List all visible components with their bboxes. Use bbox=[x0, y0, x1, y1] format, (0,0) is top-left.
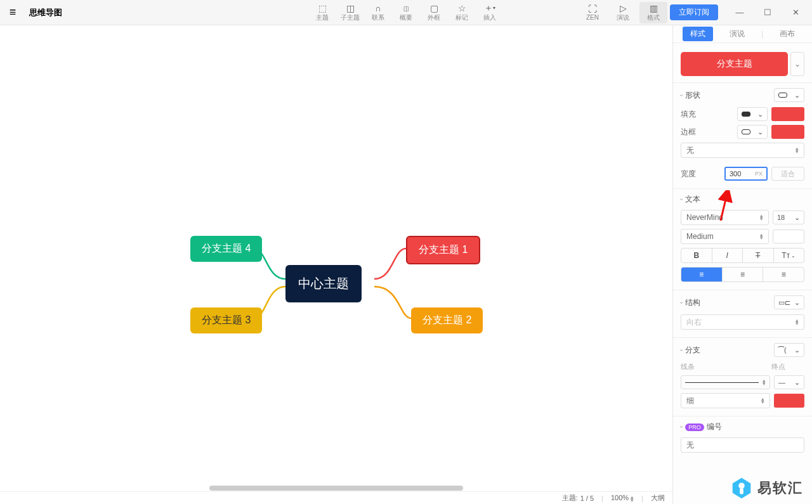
format-panel: 样式 演说 | 画布 分支主题 ⌄ ›形状 ⌄ 填充 ⌄ 边框 ⌄ 无▴▾ 宽度 bbox=[672, 25, 812, 504]
zen-icon: ⛶ bbox=[588, 4, 597, 14]
fill-label: 填充 bbox=[681, 109, 706, 120]
branch-node-1[interactable]: 分支主题 1 bbox=[406, 236, 480, 264]
toolbar-relation[interactable]: ∩联系 bbox=[364, 3, 392, 22]
font-size-select[interactable]: 18⌄ bbox=[773, 210, 804, 224]
toolbar-insert[interactable]: ＋▾插入 bbox=[476, 3, 504, 22]
branch-icon: ⁀( bbox=[778, 346, 787, 354]
italic-button[interactable]: I bbox=[712, 249, 743, 262]
branch-node-4[interactable]: 分支主题 4 bbox=[190, 236, 262, 262]
svg-rect-3 bbox=[740, 488, 743, 494]
line-label: 线条 bbox=[681, 362, 768, 372]
subscribe-button[interactable]: 立即订阅 bbox=[670, 4, 718, 20]
status-topic-label: 主题: bbox=[562, 493, 578, 503]
svg-point-2 bbox=[738, 482, 745, 489]
star-icon: ☆ bbox=[458, 3, 466, 13]
fill-color-swatch[interactable] bbox=[771, 107, 804, 121]
section-numbering-title: 编号 bbox=[707, 422, 804, 432]
branch-color-swatch[interactable] bbox=[774, 394, 804, 408]
topic-preview-dropdown[interactable]: ⌄ bbox=[790, 52, 804, 76]
center-topic-node[interactable]: 中心主题 bbox=[285, 265, 362, 302]
menu-button[interactable]: ≡ bbox=[0, 6, 25, 19]
branch-node-3[interactable]: 分支主题 3 bbox=[190, 307, 262, 333]
align-left-button[interactable]: ≡ bbox=[681, 268, 723, 281]
close-button[interactable]: ✕ bbox=[782, 3, 809, 22]
toolbar-topic[interactable]: ⬚主题 bbox=[308, 3, 336, 22]
font-weight-select[interactable]: Medium▴▾ bbox=[681, 229, 769, 244]
branch-thickness-select[interactable]: 细▴▾ bbox=[681, 393, 770, 408]
align-center-button[interactable]: ≡ bbox=[723, 268, 764, 281]
branch-node-2[interactable]: 分支主题 2 bbox=[411, 307, 483, 333]
subtopic-icon: ◫ bbox=[346, 3, 355, 13]
numbering-select[interactable]: 无 bbox=[681, 437, 804, 453]
structure-direction-select[interactable]: 向右▴▾ bbox=[681, 314, 804, 330]
toolbar-subtopic[interactable]: ◫子主题 bbox=[336, 3, 364, 22]
topic-preview-button[interactable]: 分支主题 bbox=[681, 52, 788, 76]
fill-style-select[interactable]: ⌄ bbox=[737, 107, 768, 121]
horizontal-scrollbar[interactable] bbox=[0, 485, 672, 491]
font-family-select[interactable]: NeverMind▴▾ bbox=[681, 210, 769, 225]
canvas-area[interactable]: 中心主题 分支主题 1 分支主题 2 分支主题 3 分支主题 4 bbox=[0, 25, 672, 491]
relation-icon: ∩ bbox=[375, 3, 381, 13]
summary-icon: ⎅ bbox=[403, 3, 409, 13]
app-title: 思维导图 bbox=[29, 7, 62, 18]
status-outline[interactable]: 大纲 bbox=[651, 493, 665, 503]
tab-present[interactable]: 演说 bbox=[722, 27, 752, 41]
toolbar-zen[interactable]: ⛶ZEN bbox=[579, 4, 606, 21]
section-structure-title: 结构 bbox=[685, 297, 774, 308]
border-color-swatch[interactable] bbox=[771, 125, 804, 139]
case-button[interactable]: Tт ⌄ bbox=[774, 249, 804, 262]
topic-icon: ⬚ bbox=[318, 3, 327, 13]
pro-badge: PRO bbox=[685, 423, 704, 431]
plus-icon: ＋▾ bbox=[484, 3, 495, 13]
present-icon: ▷ bbox=[620, 3, 627, 13]
status-zoom[interactable]: 100% ▴▾ bbox=[611, 494, 634, 501]
section-branch-title: 分支 bbox=[685, 345, 774, 356]
boundary-icon: ▢ bbox=[430, 3, 438, 13]
toolbar-boundary[interactable]: ▢外框 bbox=[420, 3, 448, 22]
format-icon: ▥ bbox=[650, 3, 658, 13]
width-fit-button[interactable]: 适合 bbox=[771, 167, 804, 181]
branch-style-select[interactable]: ⁀(⌄ bbox=[774, 343, 804, 357]
border-label: 边框 bbox=[681, 127, 706, 138]
toolbar-summary[interactable]: ⎅概要 bbox=[392, 3, 420, 22]
endpoint-label: 终点 bbox=[771, 362, 804, 372]
status-topic-count: 1 / 5 bbox=[580, 494, 594, 502]
maximize-button[interactable]: ☐ bbox=[754, 3, 782, 22]
minimize-button[interactable]: — bbox=[726, 3, 754, 22]
tab-style[interactable]: 样式 bbox=[683, 27, 713, 41]
toolbar-marker[interactable]: ☆标记 bbox=[448, 3, 476, 22]
border-line-select[interactable]: 无▴▾ bbox=[681, 143, 804, 158]
status-bar: 主题: 1 / 5 | 100% ▴▾ | 大纲 bbox=[0, 491, 672, 504]
tab-canvas[interactable]: 画布 bbox=[772, 27, 802, 41]
width-input[interactable]: 300PX bbox=[724, 167, 768, 181]
section-shape-title: 形状 bbox=[685, 90, 774, 101]
bold-button[interactable]: B bbox=[681, 249, 712, 262]
structure-icon: ▭⊏ bbox=[778, 299, 790, 307]
structure-select[interactable]: ▭⊏⌄ bbox=[774, 295, 804, 309]
branch-end-select[interactable]: —⌄ bbox=[774, 375, 804, 389]
align-right-button[interactable]: ≡ bbox=[763, 268, 804, 281]
branch-line-select[interactable]: ▴▾ bbox=[681, 375, 770, 389]
shape-select[interactable]: ⌄ bbox=[774, 88, 804, 102]
strike-button[interactable]: T bbox=[743, 249, 774, 262]
font-color-swatch[interactable] bbox=[773, 229, 804, 243]
toolbar-present[interactable]: ▷演说 bbox=[609, 3, 637, 22]
border-style-select[interactable]: ⌄ bbox=[737, 125, 768, 139]
section-text-title: 文本 bbox=[685, 194, 804, 205]
width-label: 宽度 bbox=[681, 169, 706, 179]
toolbar-format[interactable]: ▥格式 bbox=[639, 2, 667, 23]
watermark-logo: 易软汇 bbox=[730, 476, 803, 500]
